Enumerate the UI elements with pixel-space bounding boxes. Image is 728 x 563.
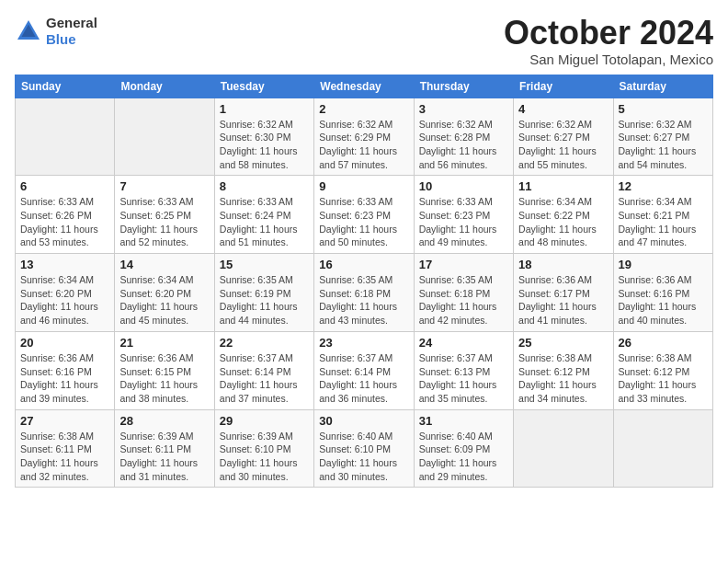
day-number: 1 (220, 102, 309, 116)
day-info: Sunrise: 6:34 AM Sunset: 6:20 PM Dayligh… (119, 273, 209, 327)
calendar-cell: 16Sunrise: 6:35 AM Sunset: 6:18 PM Dayli… (314, 254, 414, 332)
day-info: Sunrise: 6:38 AM Sunset: 6:12 PM Dayligh… (518, 351, 608, 406)
calendar-cell (16, 98, 115, 176)
day-number: 29 (220, 414, 309, 428)
day-info: Sunrise: 6:37 AM Sunset: 6:14 PM Dayligh… (319, 351, 408, 406)
calendar-week-4: 20Sunrise: 6:36 AM Sunset: 6:16 PM Dayli… (16, 331, 713, 409)
day-info: Sunrise: 6:38 AM Sunset: 6:11 PM Dayligh… (20, 430, 109, 484)
day-number: 16 (319, 258, 408, 271)
calendar-week-3: 13Sunrise: 6:34 AM Sunset: 6:20 PM Dayli… (16, 254, 713, 332)
day-number: 26 (619, 336, 708, 350)
day-info: Sunrise: 6:32 AM Sunset: 6:30 PM Dayligh… (220, 118, 309, 172)
calendar-cell (115, 98, 214, 176)
day-number: 18 (518, 258, 608, 271)
day-info: Sunrise: 6:32 AM Sunset: 6:28 PM Dayligh… (419, 118, 508, 172)
day-info: Sunrise: 6:33 AM Sunset: 6:24 PM Dayligh… (220, 195, 309, 249)
day-number: 12 (619, 179, 708, 193)
calendar-cell: 5Sunrise: 6:32 AM Sunset: 6:27 PM Daylig… (613, 98, 712, 176)
day-info: Sunrise: 6:35 AM Sunset: 6:19 PM Dayligh… (220, 273, 309, 327)
calendar-cell: 10Sunrise: 6:33 AM Sunset: 6:23 PM Dayli… (414, 176, 513, 254)
day-info: Sunrise: 6:39 AM Sunset: 6:10 PM Dayligh… (220, 430, 309, 484)
calendar-week-1: 1Sunrise: 6:32 AM Sunset: 6:30 PM Daylig… (16, 98, 713, 176)
day-number: 25 (518, 336, 608, 350)
day-info: Sunrise: 6:34 AM Sunset: 6:21 PM Dayligh… (619, 195, 708, 249)
title-block: October 2024 San Miguel Totolapan, Mexic… (504, 15, 713, 67)
day-number: 31 (419, 414, 508, 428)
day-info: Sunrise: 6:36 AM Sunset: 6:16 PM Dayligh… (619, 273, 708, 327)
day-info: Sunrise: 6:33 AM Sunset: 6:23 PM Dayligh… (319, 195, 408, 249)
calendar-cell: 7Sunrise: 6:33 AM Sunset: 6:25 PM Daylig… (115, 176, 214, 254)
calendar-table: SundayMondayTuesdayWednesdayThursdayFrid… (15, 75, 713, 488)
calendar-cell: 11Sunrise: 6:34 AM Sunset: 6:22 PM Dayli… (514, 176, 613, 254)
day-info: Sunrise: 6:40 AM Sunset: 6:10 PM Dayligh… (319, 430, 408, 484)
day-number: 2 (319, 102, 408, 116)
calendar-cell: 4Sunrise: 6:32 AM Sunset: 6:27 PM Daylig… (514, 98, 613, 176)
page-header: General Blue October 2024 San Miguel Tot… (15, 15, 713, 67)
calendar-header: SundayMondayTuesdayWednesdayThursdayFrid… (16, 75, 713, 98)
logo-icon (15, 17, 42, 45)
calendar-cell: 1Sunrise: 6:32 AM Sunset: 6:30 PM Daylig… (214, 98, 313, 176)
day-info: Sunrise: 6:37 AM Sunset: 6:14 PM Dayligh… (220, 351, 309, 406)
calendar-cell: 14Sunrise: 6:34 AM Sunset: 6:20 PM Dayli… (115, 254, 214, 332)
calendar-cell: 22Sunrise: 6:37 AM Sunset: 6:14 PM Dayli… (214, 331, 313, 409)
day-number: 7 (119, 179, 209, 193)
header-cell-saturday: Saturday (613, 75, 712, 98)
day-number: 24 (419, 336, 508, 350)
calendar-cell: 26Sunrise: 6:38 AM Sunset: 6:12 PM Dayli… (613, 331, 712, 409)
calendar-cell: 17Sunrise: 6:35 AM Sunset: 6:18 PM Dayli… (414, 254, 513, 332)
calendar-body: 1Sunrise: 6:32 AM Sunset: 6:30 PM Daylig… (16, 98, 713, 488)
day-info: Sunrise: 6:36 AM Sunset: 6:17 PM Dayligh… (518, 273, 608, 327)
day-number: 5 (619, 102, 708, 116)
header-cell-sunday: Sunday (16, 75, 115, 98)
calendar-cell: 23Sunrise: 6:37 AM Sunset: 6:14 PM Dayli… (314, 331, 414, 409)
day-number: 9 (319, 179, 408, 193)
calendar-cell: 9Sunrise: 6:33 AM Sunset: 6:23 PM Daylig… (314, 176, 414, 254)
calendar-cell (514, 409, 613, 488)
day-info: Sunrise: 6:38 AM Sunset: 6:12 PM Dayligh… (619, 351, 708, 406)
calendar-cell: 20Sunrise: 6:36 AM Sunset: 6:16 PM Dayli… (16, 331, 115, 409)
calendar-cell: 13Sunrise: 6:34 AM Sunset: 6:20 PM Dayli… (16, 254, 115, 332)
location-text: San Miguel Totolapan, Mexico (504, 52, 713, 67)
day-info: Sunrise: 6:36 AM Sunset: 6:16 PM Dayligh… (20, 351, 109, 406)
day-info: Sunrise: 6:32 AM Sunset: 6:27 PM Dayligh… (518, 118, 608, 172)
day-number: 22 (220, 336, 309, 350)
calendar-cell: 3Sunrise: 6:32 AM Sunset: 6:28 PM Daylig… (414, 98, 513, 176)
calendar-cell: 8Sunrise: 6:33 AM Sunset: 6:24 PM Daylig… (214, 176, 313, 254)
day-info: Sunrise: 6:32 AM Sunset: 6:27 PM Dayligh… (619, 118, 708, 172)
day-info: Sunrise: 6:33 AM Sunset: 6:25 PM Dayligh… (119, 195, 209, 249)
calendar-cell: 15Sunrise: 6:35 AM Sunset: 6:19 PM Dayli… (214, 254, 313, 332)
day-number: 4 (518, 102, 608, 116)
logo: General Blue (15, 15, 97, 48)
day-info: Sunrise: 6:32 AM Sunset: 6:29 PM Dayligh… (319, 118, 408, 172)
day-info: Sunrise: 6:37 AM Sunset: 6:13 PM Dayligh… (419, 351, 508, 406)
day-info: Sunrise: 6:34 AM Sunset: 6:20 PM Dayligh… (20, 273, 109, 327)
day-info: Sunrise: 6:34 AM Sunset: 6:22 PM Dayligh… (518, 195, 608, 249)
header-cell-monday: Monday (115, 75, 214, 98)
calendar-cell: 19Sunrise: 6:36 AM Sunset: 6:16 PM Dayli… (613, 254, 712, 332)
logo-blue-text: Blue (46, 31, 97, 48)
day-info: Sunrise: 6:35 AM Sunset: 6:18 PM Dayligh… (319, 273, 408, 327)
day-info: Sunrise: 6:40 AM Sunset: 6:09 PM Dayligh… (419, 430, 508, 484)
day-info: Sunrise: 6:35 AM Sunset: 6:18 PM Dayligh… (419, 273, 508, 327)
day-number: 27 (20, 414, 109, 428)
day-number: 23 (319, 336, 408, 350)
calendar-cell: 18Sunrise: 6:36 AM Sunset: 6:17 PM Dayli… (514, 254, 613, 332)
day-number: 3 (419, 102, 508, 116)
day-number: 17 (419, 258, 508, 271)
day-number: 28 (119, 414, 209, 428)
header-cell-tuesday: Tuesday (214, 75, 313, 98)
day-number: 21 (119, 336, 209, 350)
day-number: 6 (20, 179, 109, 193)
day-info: Sunrise: 6:39 AM Sunset: 6:11 PM Dayligh… (119, 430, 209, 484)
calendar-cell: 2Sunrise: 6:32 AM Sunset: 6:29 PM Daylig… (314, 98, 414, 176)
calendar-cell: 6Sunrise: 6:33 AM Sunset: 6:26 PM Daylig… (16, 176, 115, 254)
day-number: 13 (20, 258, 109, 271)
day-number: 15 (220, 258, 309, 271)
day-number: 14 (119, 258, 209, 271)
day-number: 10 (419, 179, 508, 193)
day-number: 19 (619, 258, 708, 271)
calendar-cell: 25Sunrise: 6:38 AM Sunset: 6:12 PM Dayli… (514, 331, 613, 409)
calendar-cell: 28Sunrise: 6:39 AM Sunset: 6:11 PM Dayli… (115, 409, 214, 488)
day-number: 20 (20, 336, 109, 350)
calendar-cell: 31Sunrise: 6:40 AM Sunset: 6:09 PM Dayli… (414, 409, 513, 488)
